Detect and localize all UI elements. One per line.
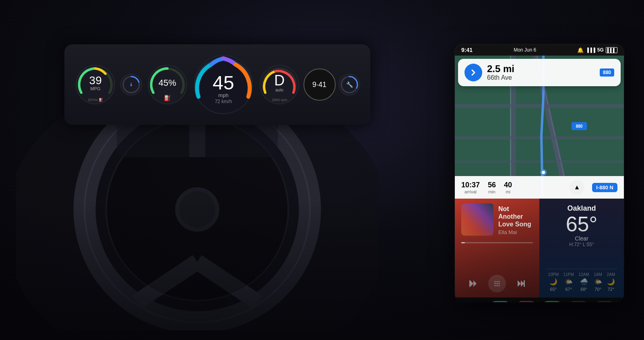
weather-hour-item: 1AM 🌤️ 70° bbox=[594, 272, 602, 292]
status-date: Mon Jun 6 bbox=[514, 47, 536, 53]
speedometer: 45 mph 72 km/h bbox=[191, 52, 256, 117]
up-button[interactable]: ▲ bbox=[570, 180, 584, 195]
svg-rect-27 bbox=[455, 136, 624, 139]
eta-bar: 10:37 arrival 56 min 40 mi ▲ I-880 N bbox=[455, 176, 624, 199]
album-art-image bbox=[461, 203, 493, 236]
highway-badge: I-880 N bbox=[592, 183, 617, 192]
prev-button[interactable] bbox=[464, 275, 482, 292]
carplay-screen: 9:41 Mon Jun 6 🔔 ▐▐▐ 5G ▌▌▌ bbox=[455, 44, 624, 302]
eta-miles: 40 mi bbox=[504, 181, 512, 194]
eta-arrival: 10:37 arrival bbox=[461, 181, 480, 194]
weather-hour-item: 12AM 🌧️ 68° bbox=[578, 272, 589, 292]
dock-grid-icon[interactable] bbox=[465, 301, 483, 303]
weather-hour-item: 2AM 🌙 72° bbox=[607, 272, 615, 292]
progress-fill bbox=[461, 242, 465, 243]
svg-point-34 bbox=[542, 171, 545, 174]
rpm-subtext: 2800 rpm bbox=[272, 98, 287, 102]
svg-text:880: 880 bbox=[576, 124, 583, 129]
svg-point-38 bbox=[494, 281, 495, 282]
road-badge: 880 bbox=[600, 68, 614, 77]
turn-arrow bbox=[464, 64, 482, 81]
svg-marker-48 bbox=[521, 280, 524, 287]
dock-phone-icon[interactable] bbox=[543, 301, 561, 303]
status-bar-right: 🔔 ▐▐▐ 5G ▌▌▌ bbox=[577, 47, 617, 53]
fuel-gauge: 45% ⛽ bbox=[145, 62, 190, 107]
svg-rect-28 bbox=[455, 160, 624, 163]
weather-hourly: 10PM 🌙 65° 11PM 🌤️ 67° 12AM 🌧️ 68° 1AM 🌤… bbox=[546, 269, 617, 292]
dock-maps-icon[interactable] bbox=[491, 301, 509, 303]
gear-gauge: D auto 2800 rpm bbox=[257, 62, 301, 107]
progress-bar[interactable] bbox=[461, 242, 533, 243]
nav-distance: 2.5 mi bbox=[487, 64, 595, 74]
svg-point-46 bbox=[498, 285, 500, 286]
nav-banner: 2.5 mi 66th Ave 880 bbox=[458, 59, 621, 86]
svg-text:🔧: 🔧 bbox=[346, 81, 353, 88]
map-area[interactable]: 880 112 2.5 mi 66th Ave 880 10:37 bbox=[455, 56, 624, 199]
clock-display: 9·41 bbox=[303, 68, 336, 101]
svg-marker-47 bbox=[518, 280, 521, 287]
weather-temp: 65° bbox=[546, 214, 617, 234]
status-bar: 9:41 Mon Jun 6 🔔 ▐▐▐ 5G ▌▌▌ bbox=[455, 44, 624, 56]
nav-street: 66th Ave bbox=[487, 74, 595, 81]
svg-marker-36 bbox=[473, 280, 477, 287]
svg-point-43 bbox=[498, 283, 500, 284]
svg-point-41 bbox=[494, 283, 495, 284]
mpg-value: 39 MPG bbox=[89, 75, 102, 91]
dock-steering-icon[interactable] bbox=[570, 301, 587, 303]
mpg-gauge: 39 MPG 207mi ⛽ bbox=[73, 62, 118, 107]
network-type: 5G bbox=[597, 47, 604, 53]
song-title: Not Another Love Song bbox=[498, 205, 533, 228]
nav-info: 2.5 mi 66th Ave bbox=[487, 64, 595, 81]
svg-point-42 bbox=[496, 283, 497, 284]
gear-value: D auto bbox=[274, 73, 285, 92]
signal-bars-icon: ▐▐▐ bbox=[586, 48, 595, 52]
battery-icon: ▌▌▌ bbox=[606, 47, 617, 53]
oil-gauge: 🔧 bbox=[337, 73, 361, 97]
weather-hour-item: 10PM 🌙 65° bbox=[548, 272, 559, 292]
svg-rect-49 bbox=[524, 280, 525, 287]
svg-point-45 bbox=[496, 285, 497, 286]
song-artist: Ella Mai bbox=[498, 229, 533, 235]
svg-point-39 bbox=[496, 281, 497, 282]
svg-rect-26 bbox=[455, 104, 624, 108]
weather-condition: Clear bbox=[546, 235, 617, 242]
album-art bbox=[461, 203, 493, 236]
svg-rect-37 bbox=[469, 280, 471, 287]
weather-hour-item: 11PM 🌤️ 67° bbox=[564, 272, 574, 292]
weather-city: Oakland bbox=[546, 204, 617, 213]
dashboard-cluster: 39 MPG 207mi ⛽ 🌡 45% ⛽ bbox=[64, 44, 370, 125]
dock-music-icon[interactable] bbox=[518, 301, 535, 303]
music-content: Not Another Love Song Ella Mai bbox=[461, 203, 533, 236]
dock bbox=[455, 297, 624, 302]
next-button[interactable] bbox=[512, 275, 530, 292]
svg-point-40 bbox=[498, 281, 500, 282]
svg-marker-35 bbox=[470, 280, 473, 287]
speed-unit: mph bbox=[218, 92, 228, 98]
svg-text:🌡: 🌡 bbox=[129, 82, 134, 87]
speed-kmh: 72 km/h bbox=[215, 99, 232, 104]
clock-time: 9·41 bbox=[312, 81, 326, 89]
weather-hilo: H:72° L:55° bbox=[546, 242, 617, 247]
weather-panel: Oakland 65° Clear H:72° L:55° 10PM 🌙 65°… bbox=[539, 199, 624, 297]
fuel-percent: 45% bbox=[159, 78, 176, 88]
bell-icon: 🔔 bbox=[577, 47, 584, 53]
music-panel[interactable]: Not Another Love Song Ella Mai bbox=[455, 199, 539, 297]
dock-settings-icon[interactable] bbox=[596, 301, 613, 303]
svg-point-44 bbox=[494, 285, 495, 286]
eta-minutes: 56 min bbox=[488, 181, 496, 194]
status-time: 9:41 bbox=[461, 47, 473, 53]
music-controls bbox=[461, 275, 533, 292]
small-gauges-left: 🌡 bbox=[119, 73, 143, 97]
temp-gauge: 🌡 bbox=[119, 73, 143, 97]
mpg-subtext: 207mi ⛽ bbox=[88, 98, 103, 102]
grid-button[interactable] bbox=[488, 275, 506, 292]
speed-value: 45 bbox=[213, 73, 234, 93]
bottom-panels: Not Another Love Song Ella Mai bbox=[455, 199, 624, 297]
song-info: Not Another Love Song Ella Mai bbox=[498, 203, 533, 235]
